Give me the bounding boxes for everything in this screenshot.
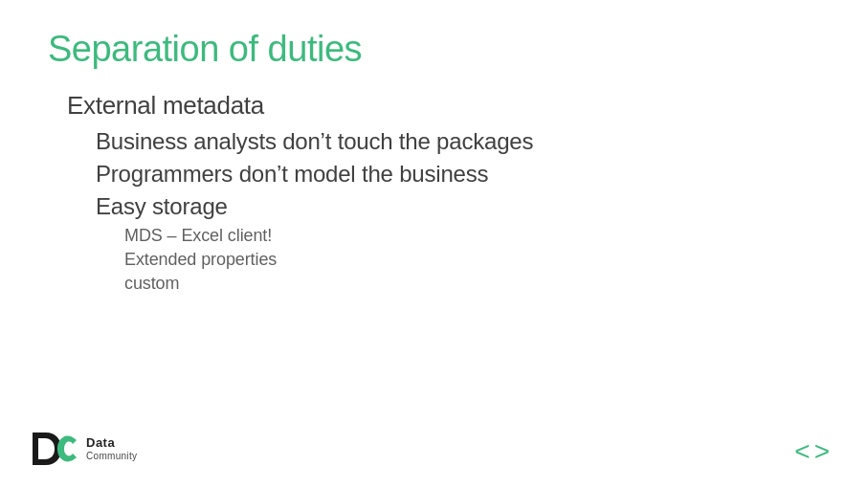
level3-group: MDS – Excel client! Extended properties … — [96, 226, 820, 294]
arrow-left-icon[interactable]: < — [794, 436, 810, 467]
footer: Data Community — [29, 431, 137, 467]
logo-text: Data Community — [86, 436, 137, 460]
level3-item-0: MDS – Excel client! — [124, 226, 820, 246]
logo-community-label: Community — [86, 451, 137, 461]
slide-title: Separation of duties — [48, 29, 820, 70]
logo-data-label: Data — [86, 436, 137, 450]
level3-item-1: Extended properties — [124, 250, 820, 270]
level1-item: External metadata — [67, 91, 820, 121]
content-area: External metadata Business analysts don’… — [48, 91, 820, 294]
nav-arrows: < > — [794, 436, 830, 467]
level2-item-2: Easy storage — [96, 193, 820, 220]
level3-item-2: custom — [124, 274, 820, 294]
logo-icon — [29, 431, 78, 467]
level2-item-1: Programmers don’t model the business — [96, 161, 820, 188]
level2-group: Business analysts don’t touch the packag… — [67, 128, 820, 294]
slide: Separation of duties External metadata B… — [0, 0, 868, 488]
logo: Data Community — [29, 431, 137, 467]
logo-svg — [29, 431, 78, 467]
level2-item-0: Business analysts don’t touch the packag… — [96, 128, 820, 155]
arrow-right-icon[interactable]: > — [814, 436, 830, 467]
